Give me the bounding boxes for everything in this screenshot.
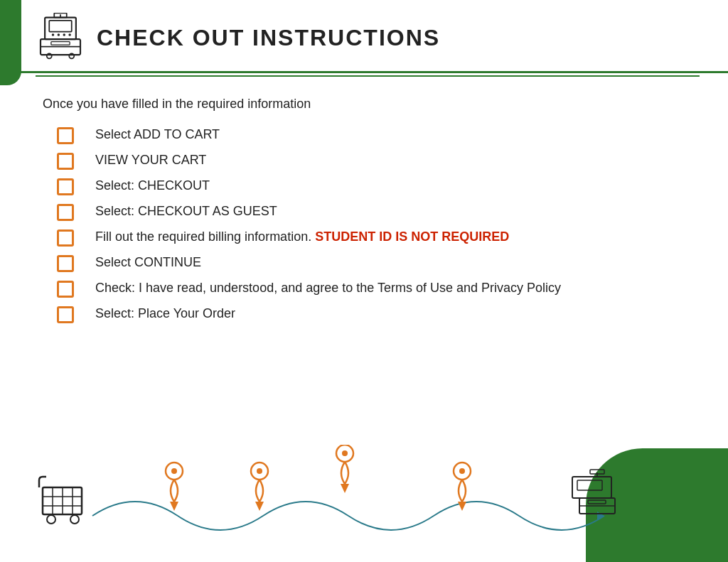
page-title: CHECK OUT INSTRUCTIONS (97, 25, 440, 51)
list-item: Check: I have read, understood, and agre… (57, 279, 685, 298)
list-item: Select: Place Your Order (57, 305, 685, 323)
svg-rect-1 (49, 21, 72, 32)
checkbox-icon (57, 229, 74, 247)
shopping-cart-illustration (39, 477, 82, 524)
svg-point-21 (70, 515, 79, 524)
list-item: VIEW YOUR CART (57, 151, 685, 170)
svg-point-20 (47, 515, 55, 524)
svg-marker-31 (341, 484, 349, 493)
svg-marker-28 (255, 502, 264, 511)
list-item: Select CONTINUE (57, 254, 685, 272)
bottom-illustration (0, 448, 728, 562)
item-text: Fill out the required billing informatio… (95, 228, 685, 246)
checkout-checklist: Select ADD TO CART VIEW YOUR CART Select… (57, 126, 685, 323)
intro-paragraph: Once you have filled in the required inf… (43, 97, 685, 112)
svg-marker-34 (458, 502, 466, 511)
list-item: Select: CHECKOUT AS GUEST (57, 202, 685, 221)
page-header: CHECK OUT INSTRUCTIONS (0, 0, 728, 73)
cash-register-icon (36, 13, 85, 63)
item-text: VIEW YOUR CART (95, 151, 685, 169)
svg-rect-8 (51, 42, 70, 45)
svg-point-27 (257, 468, 262, 474)
list-item: Fill out the required billing informatio… (57, 228, 685, 247)
item-text: Select ADD TO CART (95, 126, 685, 144)
end-register-icon (572, 470, 615, 514)
item-text: Select: CHECKOUT (95, 177, 685, 195)
main-content: Once you have filled in the required inf… (0, 77, 728, 345)
svg-point-2 (52, 33, 55, 36)
svg-rect-39 (588, 500, 606, 504)
svg-point-5 (68, 33, 71, 36)
svg-marker-25 (170, 502, 178, 511)
checkbox-icon (57, 178, 74, 195)
svg-point-3 (58, 33, 60, 36)
svg-point-4 (63, 33, 66, 36)
checkbox-icon (57, 306, 74, 323)
checkbox-icon (57, 127, 74, 144)
checkbox-icon (57, 204, 74, 221)
corner-decoration-top-left (0, 0, 21, 85)
warning-text: STUDENT ID IS NOT REQUIRED (315, 229, 509, 244)
svg-point-30 (342, 450, 348, 456)
checkbox-icon (57, 281, 74, 298)
item-text: Select: Place Your Order (95, 305, 685, 323)
item-text: Select CONTINUE (95, 254, 685, 271)
list-item: Select ADD TO CART (57, 126, 685, 144)
checkbox-icon (57, 255, 74, 272)
svg-point-24 (171, 468, 177, 474)
list-item: Select: CHECKOUT (57, 177, 685, 195)
checkbox-icon (57, 153, 74, 170)
item-text: Select: CHECKOUT AS GUEST (95, 202, 685, 220)
item-text: Check: I have read, understood, and agre… (95, 279, 685, 297)
svg-point-33 (459, 468, 465, 474)
svg-rect-36 (577, 480, 602, 490)
